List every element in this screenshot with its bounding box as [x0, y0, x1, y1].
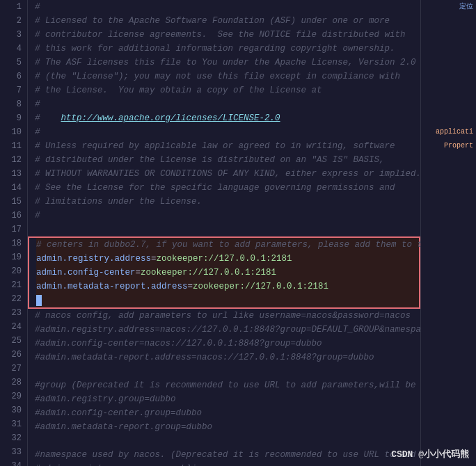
right-panel-item: Propert — [444, 139, 473, 153]
line-number: 32 — [0, 431, 22, 445]
line-number: 25 — [0, 334, 22, 348]
code-line: # contributor license agreements. See th… — [35, 28, 420, 42]
code-line: #admin.config-center=nacos://127.0.0.1:8… — [35, 337, 420, 351]
line-number: 29 — [0, 389, 22, 403]
line-number: 4 — [0, 42, 22, 56]
right-panel-item — [469, 42, 473, 56]
right-panel-item — [469, 70, 473, 83]
line-number: 18 — [0, 236, 22, 250]
code-line: # this work for additional information r… — [35, 42, 420, 56]
code-line: #group (Deprecated it is recommended to … — [35, 378, 420, 392]
right-panel-item — [469, 111, 473, 125]
right-panel: 定位 applicatiPropert — [420, 0, 476, 466]
code-line: # — [35, 0, 420, 14]
right-panel-item — [469, 56, 473, 70]
code-line: # — [35, 209, 420, 223]
line-number: 30 — [0, 403, 22, 417]
line-number: 27 — [0, 362, 22, 376]
code-line: # The ASF licenses this file to You unde… — [35, 56, 420, 70]
code-line: # WITHOUT WARRANTIES OR CONDITIONS OF AN… — [35, 167, 420, 181]
right-panel-item — [469, 153, 473, 167]
code-line: #admin.registry.namespace=public — [35, 462, 420, 466]
line-number: 16 — [0, 209, 22, 223]
line-number: 20 — [0, 264, 22, 278]
line-number: 28 — [0, 376, 22, 389]
right-panel-item — [469, 97, 473, 111]
code-line: admin.metadata-report.address=zookeeper:… — [36, 280, 419, 294]
code-line — [35, 434, 420, 448]
editor-wrapper: 1234567891011121314151617181920212223242… — [0, 0, 476, 466]
line-number: 1 — [0, 0, 22, 14]
line-number: 6 — [0, 70, 22, 83]
code-line: # centers in dubbo2.7, if you want to ad… — [36, 238, 419, 252]
line-number: 14 — [0, 181, 22, 195]
code-line: #admin.registry.address=nacos://127.0.0.… — [35, 323, 420, 337]
code-line: # http://www.apache.org/licenses/LICENSE… — [35, 111, 420, 125]
line-number: 3 — [0, 28, 22, 42]
code-line — [36, 294, 419, 307]
line-number: 33 — [0, 445, 22, 459]
code-line: # — [35, 97, 420, 111]
line-number: 34 — [0, 459, 22, 466]
code-line: # limitations under the License. — [35, 195, 420, 209]
right-panel-item: 定位 — [459, 0, 473, 14]
code-line: #namespace used by nacos. (Deprecated it… — [35, 448, 420, 462]
right-panel-item — [469, 14, 473, 28]
line-number: 23 — [0, 306, 22, 320]
line-number: 9 — [0, 111, 22, 125]
code-line: admin.config-center=zookeeper://127.0.0.… — [36, 266, 419, 280]
code-line: #admin.metadata-report.address=nacos://1… — [35, 351, 420, 364]
code-line: #admin.config-center.group=dubbo — [35, 406, 420, 420]
code-line: #admin.metadata-report.group=dubbo — [35, 420, 420, 434]
line-number: 24 — [0, 320, 22, 334]
line-number: 19 — [0, 250, 22, 264]
line-number: 17 — [0, 223, 22, 236]
line-number: 21 — [0, 278, 22, 292]
right-panel-item — [469, 83, 473, 97]
code-line: # See the License for the specific langu… — [35, 181, 420, 195]
highlight-region: # centers in dubbo2.7, if you want to ad… — [28, 236, 420, 309]
line-number: 5 — [0, 56, 22, 70]
code-line: # (the "License"); you may not use this … — [35, 70, 420, 83]
main-code: 1234567891011121314151617181920212223242… — [0, 0, 420, 466]
line-number: 26 — [0, 348, 22, 362]
code-line: # Licensed to the Apache Software Founda… — [35, 14, 420, 28]
code-line: # Unless required by applicable law or a… — [35, 139, 420, 153]
line-number: 13 — [0, 167, 22, 181]
code-line — [35, 223, 420, 236]
line-number: 15 — [0, 195, 22, 209]
code-line: # nacos config, add parameters to url li… — [35, 309, 420, 323]
code-area[interactable]: ## Licensed to the Apache Software Found… — [28, 0, 420, 466]
line-number: 12 — [0, 153, 22, 167]
line-number: 11 — [0, 139, 22, 153]
right-panel-item — [469, 167, 473, 181]
line-number: 22 — [0, 292, 22, 306]
right-panel-item: applicati — [436, 125, 473, 139]
line-number: 2 — [0, 14, 22, 28]
line-number: 31 — [0, 417, 22, 431]
code-line: admin.registry.address=zookeeper://127.0… — [36, 252, 419, 266]
code-line: # distributed under the License is distr… — [35, 153, 420, 167]
code-line: # — [35, 125, 420, 139]
code-line: # the License. You may obtain a copy of … — [35, 83, 420, 97]
line-number: 10 — [0, 125, 22, 139]
line-number: 8 — [0, 97, 22, 111]
line-number: 7 — [0, 83, 22, 97]
code-line: #admin.registry.group=dubbo — [35, 392, 420, 406]
right-panel-item — [469, 28, 473, 42]
watermark: CSDN @小小代码熊 — [391, 448, 469, 460]
line-numbers: 1234567891011121314151617181920212223242… — [0, 0, 28, 466]
code-line — [35, 364, 420, 378]
